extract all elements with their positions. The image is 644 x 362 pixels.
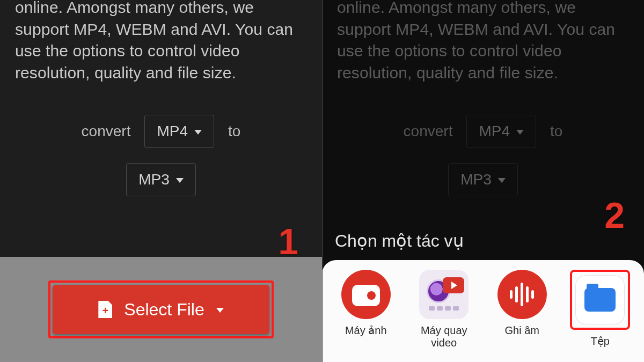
app-voice-recorder[interactable]: Ghi âm: [486, 270, 559, 337]
highlight-box: [570, 270, 630, 330]
from-format-value: MP4: [157, 123, 188, 140]
file-add-icon: [98, 301, 112, 318]
select-file-region: Select File: [0, 257, 322, 362]
to-format-select[interactable]: MP3: [448, 163, 518, 196]
app-label: Máy quay video: [409, 324, 479, 349]
chevron-down-icon: [216, 308, 224, 313]
app-camera[interactable]: Máy ảnh: [330, 270, 402, 337]
chevron-down-icon: [516, 130, 524, 135]
description-text: online. Amongst many others, we support …: [0, 0, 322, 84]
files-icon: [575, 275, 625, 324]
video-recorder-icon: [419, 270, 469, 319]
to-format-value: MP3: [138, 171, 170, 188]
action-sheet-title: Chọn một tác vụ: [335, 231, 464, 251]
convert-row-to: MP3: [322, 163, 644, 196]
tutorial-two-up: online. Amongst many others, we support …: [0, 0, 644, 362]
step-number-badge: 2: [604, 194, 625, 236]
convert-label-before: convert: [404, 123, 453, 140]
convert-label-after: to: [228, 123, 240, 140]
select-file-button[interactable]: Select File: [53, 285, 269, 334]
select-file-label: Select File: [124, 300, 204, 320]
action-sheet: Máy ảnh Máy quay video Ghi âm: [322, 260, 644, 362]
from-format-select[interactable]: MP4: [144, 115, 214, 148]
highlight-box: Select File: [48, 280, 274, 338]
from-format-value: MP4: [479, 123, 510, 140]
app-label: Tệp: [591, 335, 610, 348]
app-files[interactable]: Tệp: [564, 270, 637, 348]
from-format-select[interactable]: MP4: [466, 115, 536, 148]
description-text: online. Amongst many others, we support …: [322, 0, 644, 84]
convert-label-before: convert: [82, 123, 131, 140]
app-label: Ghi âm: [505, 324, 539, 337]
app-label: Máy ảnh: [345, 324, 387, 337]
chevron-down-icon: [498, 178, 506, 183]
voice-recorder-icon: [497, 270, 547, 319]
panel-divider: [322, 0, 323, 362]
convert-label-after: to: [550, 123, 562, 140]
convert-row-from: convert MP4 to: [0, 115, 322, 148]
to-format-value: MP3: [460, 171, 492, 188]
to-format-select[interactable]: MP3: [126, 163, 196, 196]
step-number-badge: 1: [278, 220, 298, 262]
camera-icon: [341, 270, 391, 319]
chevron-down-icon: [194, 130, 202, 135]
step-1-panel: online. Amongst many others, we support …: [0, 0, 322, 362]
convert-row-from: convert MP4 to: [322, 115, 644, 148]
chevron-down-icon: [176, 178, 184, 183]
convert-row-to: MP3: [0, 163, 322, 196]
app-video-recorder[interactable]: Máy quay video: [408, 270, 481, 349]
step-2-panel: online. Amongst many others, we support …: [322, 0, 644, 362]
